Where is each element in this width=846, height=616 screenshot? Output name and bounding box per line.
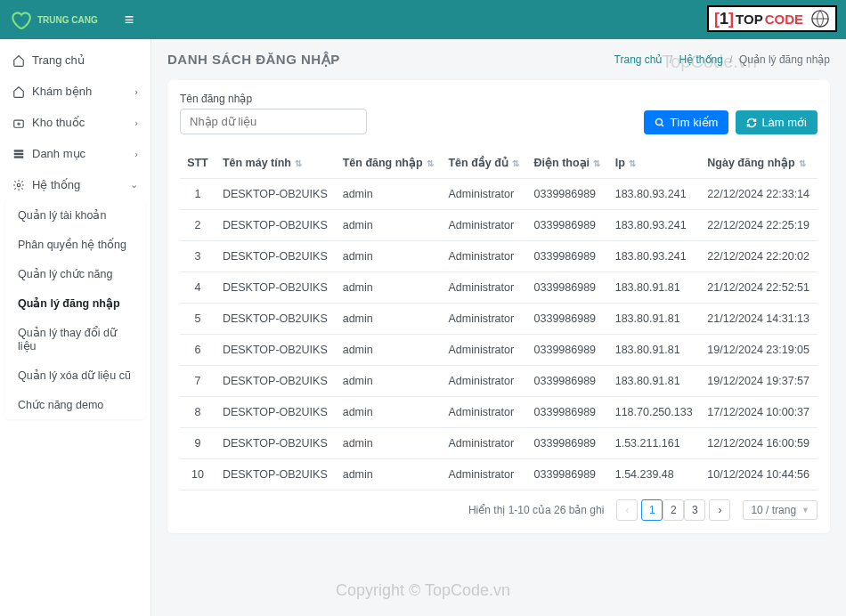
search-input[interactable] xyxy=(180,109,367,134)
topbar: TRUNG CANG ≡ [1] TOPCODE xyxy=(0,0,846,39)
table-row[interactable]: 2DESKTOP-OB2UIKSadminAdministrator033998… xyxy=(180,210,818,241)
refresh-icon xyxy=(746,118,757,128)
nav-label: Danh mục xyxy=(32,147,85,160)
cell-phone: 0339986989 xyxy=(527,335,608,366)
hamburger-icon[interactable]: ≡ xyxy=(125,11,134,29)
cell-username: admin xyxy=(336,335,442,366)
cell-fullname: Administrator xyxy=(441,210,526,241)
cell-stt: 3 xyxy=(180,241,216,272)
cell-ip: 183.80.91.81 xyxy=(608,335,701,366)
cell-stt: 10 xyxy=(180,459,216,490)
cell-date: 19/12/2024 19:37:57 xyxy=(700,366,818,397)
cell-date: 12/12/2024 16:00:59 xyxy=(700,428,818,459)
breadcrumb-mid[interactable]: Hệ thống xyxy=(679,53,723,66)
page-size-select[interactable]: 10 / trang ▼ xyxy=(743,500,818,520)
col-fullname[interactable]: Tên đầy đủ⇅ xyxy=(441,147,526,179)
cell-phone: 0339986989 xyxy=(527,459,608,490)
pager-page-1[interactable]: 1 xyxy=(641,499,663,521)
table-row[interactable]: 9DESKTOP-OB2UIKSadminAdministrator033998… xyxy=(180,428,818,459)
submenu-item-2[interactable]: Quản lý chức năng xyxy=(5,259,145,288)
col-date[interactable]: Ngày đăng nhập⇅ xyxy=(700,147,818,179)
pager-page-3[interactable]: 3 xyxy=(684,499,705,521)
table-row[interactable]: 4DESKTOP-OB2UIKSadminAdministrator033998… xyxy=(180,272,818,304)
table-row[interactable]: 7DESKTOP-OB2UIKSadminAdministrator033998… xyxy=(180,366,818,397)
nav-item-3[interactable]: Danh mục› xyxy=(0,138,150,169)
cell-ip: 183.80.91.81 xyxy=(608,366,701,397)
col-computer[interactable]: Tên máy tính⇅ xyxy=(216,147,336,179)
nav-item-1[interactable]: Khám bệnh› xyxy=(0,76,150,107)
cell-computer: DESKTOP-OB2UIKS xyxy=(216,428,336,459)
cell-stt: 8 xyxy=(180,397,216,428)
cell-username: admin xyxy=(336,272,442,304)
search-button[interactable]: Tìm kiếm xyxy=(644,110,728,134)
svg-point-6 xyxy=(656,118,663,125)
nav-label: Trang chủ xyxy=(32,53,85,67)
pager-page-2[interactable]: 2 xyxy=(663,499,684,521)
submenu-item-6[interactable]: Chức năng demo xyxy=(5,390,145,419)
list-icon xyxy=(12,148,25,160)
nav-label: Kho thuốc xyxy=(32,116,85,129)
pager-prev[interactable]: ‹ xyxy=(616,499,638,521)
logo[interactable]: TRUNG CANG xyxy=(9,8,98,31)
submenu-item-5[interactable]: Quản lý xóa dữ liệu cũ xyxy=(5,361,145,390)
breadcrumb: Trang chủ / Hệ thống / Quản lý đăng nhập xyxy=(614,53,830,66)
cell-fullname: Administrator xyxy=(441,241,526,272)
cell-ip: 183.80.93.241 xyxy=(608,179,701,210)
cell-username: admin xyxy=(336,210,442,241)
cell-fullname: Administrator xyxy=(441,459,526,490)
cell-computer: DESKTOP-OB2UIKS xyxy=(216,241,336,272)
breadcrumb-home[interactable]: Trang chủ xyxy=(614,53,663,66)
submenu-item-3[interactable]: Quản lý đăng nhập xyxy=(5,288,145,318)
cell-phone: 0339986989 xyxy=(527,179,608,210)
col-phone[interactable]: Điện thoại⇅ xyxy=(527,147,608,179)
cell-ip: 183.80.91.81 xyxy=(608,272,701,304)
submenu-item-4[interactable]: Quản lý thay đổi dữ liệu xyxy=(5,318,145,361)
medkit-icon xyxy=(12,117,25,129)
cell-username: admin xyxy=(336,179,442,210)
table-row[interactable]: 1DESKTOP-OB2UIKSadminAdministrator033998… xyxy=(180,179,818,210)
cell-username: admin xyxy=(336,366,442,397)
chevron-down-icon: ▼ xyxy=(801,506,809,515)
cell-ip: 118.70.250.133 xyxy=(608,397,701,428)
cell-computer: DESKTOP-OB2UIKS xyxy=(216,210,336,241)
col-stt[interactable]: STT xyxy=(180,147,216,179)
cell-fullname: Administrator xyxy=(441,428,526,459)
table-row[interactable]: 10DESKTOP-OB2UIKSadminAdministrator03399… xyxy=(180,459,818,490)
refresh-button[interactable]: Làm mới xyxy=(736,110,818,134)
cell-fullname: Administrator xyxy=(441,366,526,397)
cell-date: 19/12/2024 23:19:05 xyxy=(700,335,818,366)
cell-date: 22/12/2024 22:20:02 xyxy=(700,241,818,272)
svg-point-5 xyxy=(17,183,20,187)
table-row[interactable]: 6DESKTOP-OB2UIKSadminAdministrator033998… xyxy=(180,335,818,366)
pagination-summary: Hiển thị 1-10 của 26 bản ghi xyxy=(468,504,604,516)
pager-next[interactable]: › xyxy=(709,499,730,521)
nav-item-4[interactable]: Hệ thống⌄ xyxy=(0,169,150,200)
svg-rect-2 xyxy=(14,150,24,151)
search-icon xyxy=(655,118,665,128)
table-row[interactable]: 5DESKTOP-OB2UIKSadminAdministrator033998… xyxy=(180,304,818,335)
cell-phone: 0339986989 xyxy=(527,272,608,304)
cell-phone: 0339986989 xyxy=(527,428,608,459)
content-card: Tên đăng nhập Tìm kiếm Làm mới xyxy=(167,80,830,533)
pager: ‹ 123 › xyxy=(616,499,730,521)
nav-label: Khám bệnh xyxy=(32,85,92,98)
cell-fullname: Administrator xyxy=(441,335,526,366)
nav-item-0[interactable]: Trang chủ xyxy=(0,45,150,76)
submenu-item-1[interactable]: Phân quyền hệ thống xyxy=(5,230,145,259)
cell-stt: 9 xyxy=(180,428,216,459)
cell-ip: 183.80.93.241 xyxy=(608,210,701,241)
heart-logo-icon xyxy=(9,8,32,31)
cell-username: admin xyxy=(336,304,442,335)
nav-label: Hệ thống xyxy=(32,178,80,191)
cell-computer: DESKTOP-OB2UIKS xyxy=(216,272,336,304)
cell-phone: 0339986989 xyxy=(527,304,608,335)
nav-item-2[interactable]: Kho thuốc› xyxy=(0,107,150,138)
col-username[interactable]: Tên đăng nhập⇅ xyxy=(336,147,442,179)
table-row[interactable]: 8DESKTOP-OB2UIKSadminAdministrator033998… xyxy=(180,397,818,428)
col-ip[interactable]: Ip⇅ xyxy=(608,147,701,179)
cell-phone: 0339986989 xyxy=(527,241,608,272)
submenu-item-0[interactable]: Quản lý tài khoản xyxy=(5,200,145,230)
chevron-right-icon: › xyxy=(134,118,138,128)
table-row[interactable]: 3DESKTOP-OB2UIKSadminAdministrator033998… xyxy=(180,241,818,272)
cell-username: admin xyxy=(336,459,442,490)
